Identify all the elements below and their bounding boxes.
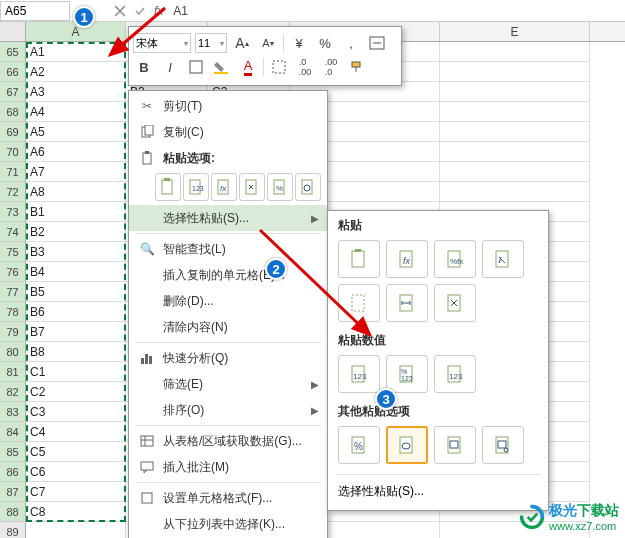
percent-icon[interactable]: % [314,32,336,54]
row-header[interactable]: 80 [0,342,26,362]
cell[interactable]: B6 [26,302,126,322]
menu-clear[interactable]: 清除内容(N) [129,314,327,340]
merge-icon[interactable] [366,32,388,54]
grow-font-icon[interactable]: A▴ [231,32,253,54]
submenu-paste-formulas-formatting[interactable]: %fx [434,240,476,278]
cell[interactable]: B8 [26,342,126,362]
row-header[interactable]: 69 [0,122,26,142]
bold-button[interactable]: B [133,56,155,78]
menu-filter[interactable]: 筛选(E) ▶ [129,371,327,397]
menu-format-cells[interactable]: 设置单元格格式(F)... [129,485,327,511]
row-header[interactable]: 84 [0,422,26,442]
cell[interactable]: C5 [26,442,126,462]
row-header[interactable]: 74 [0,222,26,242]
cell[interactable]: B4 [26,262,126,282]
row-header[interactable]: 68 [0,102,26,122]
submenu-paste-values[interactable]: 123 [338,355,380,393]
paste-option-paste[interactable] [155,173,181,201]
row-header[interactable]: 88 [0,502,26,522]
cell[interactable]: A4 [26,102,126,122]
font-family-selector[interactable]: 宋体▾ [133,33,191,53]
menu-pick-from-list[interactable]: 从下拉列表中选择(K)... [129,511,327,537]
menu-get-data[interactable]: 从表格/区域获取数据(G)... [129,428,327,454]
cell[interactable] [440,122,590,142]
cell[interactable]: C3 [26,402,126,422]
submenu-paste-link[interactable] [386,426,428,464]
cell[interactable]: A8 [26,182,126,202]
row-header[interactable]: 73 [0,202,26,222]
cell[interactable]: B5 [26,282,126,302]
select-all-corner[interactable] [0,22,26,41]
submenu-paste-picture[interactable] [434,426,476,464]
cell[interactable] [440,82,590,102]
confirm-icon[interactable] [130,1,150,21]
row-header[interactable]: 79 [0,322,26,342]
submenu-paste-values-source-format[interactable]: 123 [434,355,476,393]
paste-option-link[interactable] [295,173,321,201]
menu-insert-comment[interactable]: 插入批注(M) [129,454,327,480]
row-header[interactable]: 70 [0,142,26,162]
submenu-paste-special-dialog[interactable]: 选择性粘贴(S)... [328,477,548,506]
name-box[interactable]: A65 [0,1,70,21]
paste-option-transpose[interactable] [239,173,265,201]
row-header[interactable]: 86 [0,462,26,482]
submenu-paste-values-number-format[interactable]: %123 [386,355,428,393]
row-header[interactable]: 85 [0,442,26,462]
row-header[interactable]: 66 [0,62,26,82]
cell[interactable] [26,522,126,538]
cell[interactable] [440,162,590,182]
row-header[interactable]: 89 [0,522,26,538]
cell[interactable]: A5 [26,122,126,142]
cancel-icon[interactable] [110,1,130,21]
menu-sort[interactable]: 排序(O) ▶ [129,397,327,423]
paste-option-formulas[interactable]: fx [211,173,237,201]
cell[interactable]: A1 [26,42,126,62]
cell[interactable]: B7 [26,322,126,342]
borders-dropdown-icon[interactable] [268,56,290,78]
cell[interactable]: B3 [26,242,126,262]
cell[interactable]: C7 [26,482,126,502]
cell[interactable] [440,142,590,162]
row-header[interactable]: 72 [0,182,26,202]
row-header[interactable]: 65 [0,42,26,62]
comma-icon[interactable]: , [340,32,362,54]
cell[interactable]: B1 [26,202,126,222]
row-header[interactable]: 78 [0,302,26,322]
formula-input[interactable]: A1 [167,4,625,18]
row-header[interactable]: 71 [0,162,26,182]
increase-decimal-icon[interactable]: .00.0 [320,56,342,78]
menu-paste-special[interactable]: 选择性粘贴(S)... ▶ [129,205,327,231]
cell[interactable]: C6 [26,462,126,482]
menu-quick-analysis[interactable]: 快速分析(Q) [129,345,327,371]
menu-insert-copied[interactable]: 插入复制的单元格(E)... [129,262,327,288]
font-color-icon[interactable]: A [237,56,259,78]
submenu-paste-keep-source[interactable] [482,240,524,278]
submenu-paste-linked-picture[interactable] [482,426,524,464]
menu-delete[interactable]: 删除(D)... [129,288,327,314]
italic-button[interactable]: I [159,56,181,78]
row-header[interactable]: 75 [0,242,26,262]
submenu-paste-formulas[interactable]: fx [386,240,428,278]
row-header[interactable]: 82 [0,382,26,402]
cell[interactable]: C4 [26,422,126,442]
row-header[interactable]: 67 [0,82,26,102]
cell[interactable] [440,102,590,122]
cell[interactable]: C8 [26,502,126,522]
cell[interactable]: B2 [26,222,126,242]
submenu-paste-transpose[interactable] [434,284,476,322]
cell[interactable] [440,62,590,82]
cell[interactable] [440,42,590,62]
submenu-paste-all[interactable] [338,240,380,278]
fx-label[interactable]: fx [150,4,167,18]
cell[interactable] [440,182,590,202]
format-painter-icon[interactable] [346,56,368,78]
cell[interactable]: A6 [26,142,126,162]
row-header[interactable]: 81 [0,362,26,382]
cell[interactable]: A3 [26,82,126,102]
menu-smart-lookup[interactable]: 🔍 智能查找(L) [129,236,327,262]
currency-icon[interactable]: ¥ [288,32,310,54]
column-header-e[interactable]: E [440,22,590,41]
paste-option-formatting[interactable]: % [267,173,293,201]
submenu-paste-column-widths[interactable] [386,284,428,322]
row-header[interactable]: 83 [0,402,26,422]
